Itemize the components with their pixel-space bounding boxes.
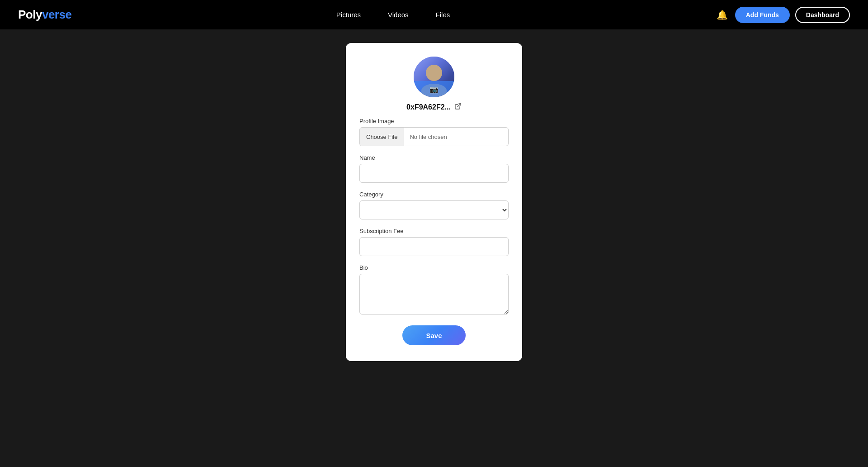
dashboard-button[interactable]: Dashboard <box>795 7 850 23</box>
logo: Polyverse <box>18 8 71 22</box>
subscription-fee-label: Subscription Fee <box>359 228 509 234</box>
main-content: 📷 0xF9A62F2... Profile Image Choose File <box>0 0 868 379</box>
nav-pictures[interactable]: Pictures <box>336 11 361 19</box>
avatar-section: 📷 0xF9A62F2... <box>359 57 509 111</box>
choose-file-button[interactable]: Choose File <box>360 128 404 146</box>
name-label: Name <box>359 154 509 161</box>
notification-button[interactable]: 🔔 <box>715 8 730 22</box>
avatar-overlay: 📷 <box>414 81 454 97</box>
profile-image-label: Profile Image <box>359 118 509 124</box>
wallet-address: 0xF9A62F2... <box>406 103 451 111</box>
navbar: Polyverse Pictures Videos Files 🔔 Add Fu… <box>0 0 868 29</box>
external-link-icon[interactable] <box>454 103 462 111</box>
form-group-profile-image: Profile Image Choose File No file chosen <box>359 118 509 146</box>
svg-line-0 <box>458 104 461 107</box>
avatar-wrapper[interactable]: 📷 <box>414 57 454 97</box>
logo-poly: Poly <box>18 8 42 21</box>
file-name-display: No file chosen <box>404 133 508 140</box>
navbar-actions: 🔔 Add Funds Dashboard <box>715 7 850 23</box>
bio-label: Bio <box>359 264 509 271</box>
form-group-name: Name <box>359 154 509 183</box>
bio-textarea[interactable] <box>359 274 509 315</box>
file-input-wrapper: Choose File No file chosen <box>359 127 509 146</box>
nav-files[interactable]: Files <box>436 11 450 19</box>
form-group-subscription-fee: Subscription Fee <box>359 228 509 256</box>
wallet-address-row: 0xF9A62F2... <box>406 103 462 111</box>
form-group-bio: Bio <box>359 264 509 316</box>
profile-card: 📷 0xF9A62F2... Profile Image Choose File <box>346 43 522 361</box>
logo-verse: verse <box>42 8 71 21</box>
form-group-category: Category <box>359 191 509 219</box>
subscription-fee-input[interactable] <box>359 237 509 256</box>
add-funds-button[interactable]: Add Funds <box>735 7 790 23</box>
category-label: Category <box>359 191 509 198</box>
category-select[interactable] <box>359 200 509 219</box>
nav-videos[interactable]: Videos <box>388 11 409 19</box>
name-input[interactable] <box>359 164 509 183</box>
nav-links: Pictures Videos Files <box>336 11 450 19</box>
bell-icon: 🔔 <box>717 10 728 20</box>
save-button[interactable]: Save <box>402 325 466 345</box>
camera-icon: 📷 <box>429 85 439 94</box>
